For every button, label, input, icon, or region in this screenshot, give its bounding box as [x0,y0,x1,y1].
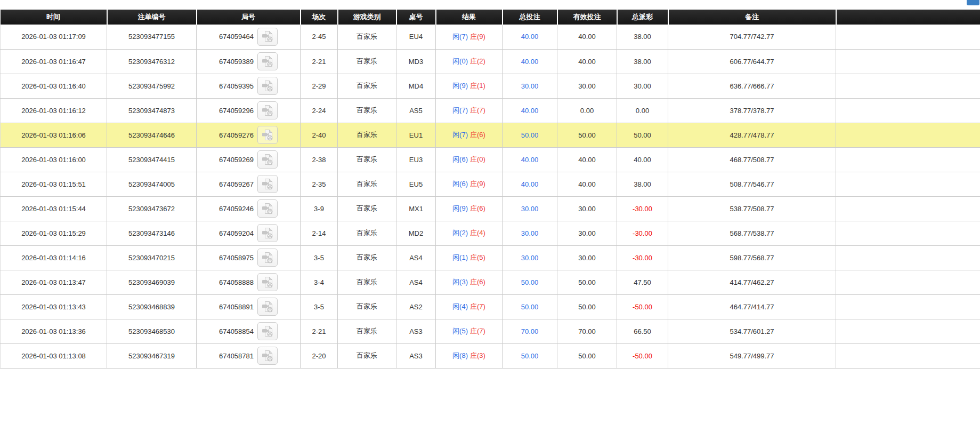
cell-total-bet[interactable]: 40.00 [503,147,557,172]
cell-total-bet[interactable]: 50.00 [503,343,557,368]
cell-valid-bet: 40.00 [557,147,617,172]
cell-session: 2-14 [301,221,338,245]
top-partial-button[interactable] [967,0,979,5]
cell-result: 闲(0)庄(2) [436,49,503,74]
video-replay-button[interactable] [257,199,278,218]
cell-bet-id: 523093476312 [107,49,197,74]
cell-round: 674059276 [197,123,301,147]
banker-result: 庄(6) [470,278,485,286]
cell-round: 674059246 [197,196,301,221]
total-bet-link[interactable]: 50.00 [521,131,539,139]
cell-game-type: 百家乐 [338,74,396,98]
total-bet-link[interactable]: 50.00 [521,352,539,360]
total-bet-link[interactable]: 50.00 [521,278,539,286]
round-number: 674059296 [219,107,254,115]
video-replay-button[interactable] [257,52,278,70]
cell-time: 2026-01-03 01:15:44 [1,196,107,221]
player-result: 闲(6) [452,180,468,188]
cell-total-bet[interactable]: 50.00 [503,123,557,147]
video-replay-button[interactable] [257,322,278,340]
cell-filler [836,319,980,343]
cell-time: 2026-01-03 01:16:06 [1,123,107,147]
total-bet-link[interactable]: 40.00 [521,107,539,115]
cell-remark: 508.77/546.77 [668,172,836,196]
total-bet-link[interactable]: 30.00 [521,82,539,90]
cell-total-bet[interactable]: 30.00 [503,245,557,270]
cell-total-bet[interactable]: 40.00 [503,49,557,74]
round-number: 674058975 [219,254,254,262]
cell-result: 闲(6)庄(9) [436,172,503,196]
video-replay-button[interactable] [257,298,278,316]
table-row[interactable]: 2026-01-03 01:15:29 523093473146 6740592… [1,221,980,245]
cell-total-bet[interactable]: 50.00 [503,270,557,294]
cell-time: 2026-01-03 01:13:43 [1,294,107,319]
table-row[interactable]: 2026-01-03 01:16:12 523093474873 6740592… [1,98,980,123]
total-bet-link[interactable]: 70.00 [521,327,539,335]
player-result: 闲(1) [452,253,468,261]
total-bet-link[interactable]: 40.00 [521,180,539,188]
header-total-payout: 总派彩 [617,10,668,25]
video-replay-button[interactable] [257,101,278,119]
total-bet-link[interactable]: 30.00 [521,229,539,237]
cell-total-bet[interactable]: 70.00 [503,319,557,343]
table-row[interactable]: 2026-01-03 01:17:09 523093477155 6740594… [1,25,980,49]
video-file-icon [261,80,274,92]
video-replay-button[interactable] [257,77,278,95]
video-replay-button[interactable] [257,224,278,242]
table-row[interactable]: 2026-01-03 01:13:43 523093468839 6740588… [1,294,980,319]
table-row[interactable]: 2026-01-03 01:14:16 523093470215 6740589… [1,245,980,270]
video-replay-button[interactable] [257,347,278,365]
total-bet-link[interactable]: 30.00 [521,205,539,213]
video-file-icon [261,55,274,68]
cell-total-payout: 50.00 [617,123,668,147]
cell-total-bet[interactable]: 50.00 [503,294,557,319]
video-replay-button[interactable] [257,273,278,291]
table-row[interactable]: 2026-01-03 01:15:44 523093473672 6740592… [1,196,980,221]
total-bet-link[interactable]: 30.00 [521,254,539,262]
video-replay-button[interactable] [257,150,278,169]
cell-total-bet[interactable]: 40.00 [503,25,557,49]
table-row[interactable]: 2026-01-03 01:13:36 523093468530 6740588… [1,319,980,343]
cell-result: 闲(6)庄(0) [436,147,503,172]
table-row[interactable]: 2026-01-03 01:13:08 523093467319 6740587… [1,343,980,368]
video-replay-button[interactable] [257,126,278,144]
cell-total-bet[interactable]: 30.00 [503,74,557,98]
cell-filler [836,172,980,196]
total-bet-link[interactable]: 40.00 [521,156,539,164]
cell-result: 闲(1)庄(5) [436,245,503,270]
header-bet-id: 注单编号 [107,10,197,25]
header-table-no: 桌号 [396,10,436,25]
video-replay-button[interactable] [257,175,278,193]
cell-session: 3-9 [301,196,338,221]
player-result: 闲(7) [452,33,468,41]
video-replay-button[interactable] [257,28,278,46]
cell-total-bet[interactable]: 30.00 [503,221,557,245]
table-row[interactable]: 2026-01-03 01:16:00 523093474415 6740592… [1,147,980,172]
table-row[interactable]: 2026-01-03 01:16:06 523093474646 6740592… [1,123,980,147]
cell-time: 2026-01-03 01:13:47 [1,270,107,294]
total-bet-link[interactable]: 40.00 [521,33,539,41]
table-row[interactable]: 2026-01-03 01:15:51 523093474005 6740592… [1,172,980,196]
cell-filler [836,294,980,319]
total-bet-link[interactable]: 40.00 [521,58,539,66]
video-file-icon [261,252,274,264]
cell-bet-id: 523093475992 [107,74,197,98]
cell-session: 2-38 [301,147,338,172]
table-row[interactable]: 2026-01-03 01:16:47 523093476312 6740593… [1,49,980,74]
table-row[interactable]: 2026-01-03 01:13:47 523093469039 6740588… [1,270,980,294]
round-number: 674058854 [219,327,254,335]
cell-total-bet[interactable]: 30.00 [503,196,557,221]
video-file-icon [261,350,274,362]
video-file-icon [261,154,274,166]
cell-game-type: 百家乐 [338,147,396,172]
cell-bet-id: 523093474415 [107,147,197,172]
cell-total-bet[interactable]: 40.00 [503,98,557,123]
cell-total-bet[interactable]: 40.00 [503,172,557,196]
cell-session: 2-40 [301,123,338,147]
cell-table-no: EU4 [396,25,436,49]
total-bet-link[interactable]: 50.00 [521,303,539,311]
cell-game-type: 百家乐 [338,319,396,343]
cell-valid-bet: 40.00 [557,25,617,49]
video-replay-button[interactable] [257,249,278,267]
table-row[interactable]: 2026-01-03 01:16:40 523093475992 6740593… [1,74,980,98]
